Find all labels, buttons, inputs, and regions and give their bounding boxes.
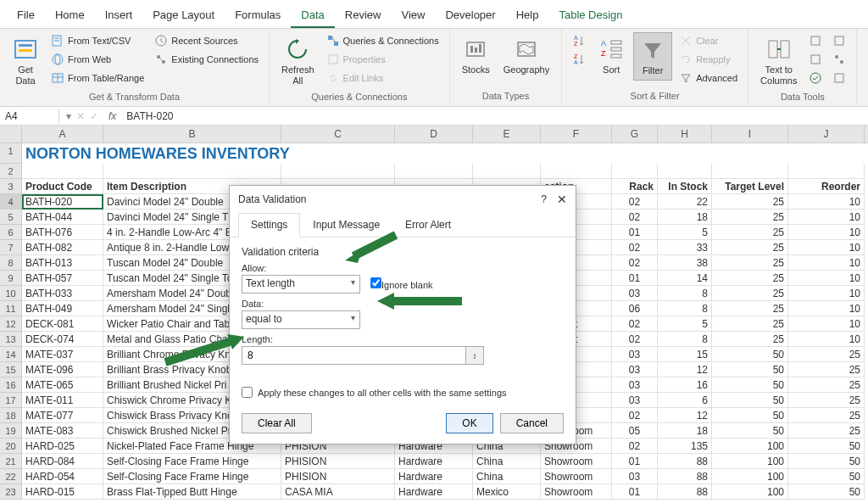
cell[interactable]: 25 bbox=[788, 362, 865, 377]
clear-all-button[interactable]: Clear All bbox=[242, 413, 312, 433]
row-header[interactable]: 14 bbox=[0, 347, 22, 362]
cell[interactable]: MATE-083 bbox=[22, 423, 103, 439]
cell[interactable]: Self-Closing Face Frame Hinge bbox=[103, 454, 281, 469]
col-header-C[interactable]: C bbox=[281, 126, 395, 143]
cell[interactable]: HARD-054 bbox=[22, 469, 103, 484]
clear-button[interactable]: Clear bbox=[676, 32, 741, 49]
cell[interactable]: 02 bbox=[612, 210, 658, 225]
tab-home[interactable]: Home bbox=[45, 3, 95, 28]
cell[interactable] bbox=[712, 164, 788, 179]
cell[interactable]: Hardware bbox=[395, 469, 473, 484]
range-picker-icon[interactable]: ↕ bbox=[465, 346, 484, 365]
from-table-button[interactable]: From Table/Range bbox=[47, 70, 147, 87]
cell[interactable]: China bbox=[473, 454, 541, 469]
cell[interactable]: CASA MIA bbox=[281, 484, 395, 500]
remove-duplicates-button[interactable] bbox=[805, 51, 826, 68]
help-icon[interactable]: ? bbox=[541, 193, 547, 205]
text-to-columns-button[interactable]: Text to Columns bbox=[755, 32, 802, 90]
column-header-cell[interactable]: Target Level bbox=[712, 179, 788, 194]
cell[interactable]: Hardware bbox=[395, 484, 473, 500]
cell[interactable]: 25 bbox=[712, 240, 788, 255]
cell[interactable]: 33 bbox=[658, 240, 712, 255]
tab-view[interactable]: View bbox=[391, 3, 435, 28]
cell[interactable]: 50 bbox=[712, 423, 788, 439]
advanced-button[interactable]: Advanced bbox=[676, 70, 741, 87]
cell[interactable]: 14 bbox=[658, 271, 712, 286]
cell[interactable]: 25 bbox=[788, 377, 865, 393]
cell[interactable]: Showroom bbox=[541, 484, 612, 500]
refresh-all-button[interactable]: Refresh All bbox=[276, 32, 320, 90]
row-header[interactable]: 8 bbox=[0, 255, 22, 271]
cell[interactable]: DECK-074 bbox=[22, 332, 103, 347]
cell[interactable]: 50 bbox=[712, 377, 788, 393]
cell[interactable]: 18 bbox=[658, 423, 712, 439]
reapply-button[interactable]: Reapply bbox=[676, 51, 741, 68]
row-header[interactable]: 20 bbox=[0, 439, 22, 454]
cell[interactable]: 03 bbox=[612, 362, 658, 377]
cell[interactable]: 100 bbox=[712, 439, 788, 454]
cell[interactable]: 02 bbox=[612, 408, 658, 423]
cell[interactable]: 10 bbox=[788, 225, 865, 240]
tab-help[interactable]: Help bbox=[506, 3, 549, 28]
col-header-I[interactable]: I bbox=[712, 126, 788, 143]
from-web-button[interactable]: From Web bbox=[47, 51, 147, 68]
relationships-button[interactable] bbox=[829, 51, 849, 68]
cell[interactable]: 50 bbox=[788, 484, 865, 500]
row-header[interactable]: 23 bbox=[0, 484, 22, 500]
row-header[interactable]: 17 bbox=[0, 393, 22, 408]
col-header-J[interactable]: J bbox=[788, 126, 865, 143]
cell[interactable]: 01 bbox=[612, 484, 658, 500]
column-header-cell[interactable]: Reorder bbox=[788, 179, 865, 194]
cell[interactable] bbox=[612, 164, 658, 179]
cell[interactable]: 02 bbox=[612, 255, 658, 271]
tab-table-design[interactable]: Table Design bbox=[548, 3, 632, 28]
cell[interactable]: 18 bbox=[658, 210, 712, 225]
cell[interactable]: 10 bbox=[788, 194, 865, 210]
cell[interactable]: 100 bbox=[712, 484, 788, 500]
cell[interactable]: 8 bbox=[658, 286, 712, 301]
cell[interactable]: Showroom bbox=[541, 469, 612, 484]
cell[interactable] bbox=[788, 164, 865, 179]
column-header-cell[interactable]: Product Code bbox=[22, 179, 103, 194]
properties-button[interactable]: Properties bbox=[323, 51, 442, 68]
formula-input[interactable]: BATH-020 bbox=[120, 109, 868, 124]
apply-all-checkbox[interactable]: Apply these changes to all other cells w… bbox=[242, 387, 564, 398]
cell[interactable]: 100 bbox=[712, 454, 788, 469]
cell[interactable]: 05 bbox=[612, 423, 658, 439]
cell[interactable]: 02 bbox=[612, 194, 658, 210]
select-all-corner[interactable] bbox=[0, 126, 22, 143]
cell[interactable]: 50 bbox=[788, 469, 865, 484]
cell[interactable]: 06 bbox=[612, 301, 658, 316]
cell[interactable]: 50 bbox=[712, 347, 788, 362]
whatif-button[interactable]: ? What-If Analysis bbox=[864, 32, 868, 90]
length-input[interactable] bbox=[242, 346, 466, 365]
cell[interactable]: 01 bbox=[612, 225, 658, 240]
cell[interactable]: 25 bbox=[712, 301, 788, 316]
cell[interactable]: MATE-011 bbox=[22, 393, 103, 408]
from-text-csv-button[interactable]: From Text/CSV bbox=[47, 32, 147, 49]
tab-data[interactable]: Data bbox=[291, 3, 334, 28]
fx-icon[interactable]: fx bbox=[105, 110, 120, 122]
tab-developer[interactable]: Developer bbox=[435, 3, 505, 28]
cell[interactable]: BATH-076 bbox=[22, 225, 103, 240]
row-header[interactable]: 10 bbox=[0, 286, 22, 301]
cell[interactable]: 01 bbox=[612, 271, 658, 286]
cell[interactable]: 25 bbox=[712, 316, 788, 332]
cell[interactable]: BATH-057 bbox=[22, 271, 103, 286]
ignore-blank-checkbox[interactable]: Ignore blank bbox=[370, 277, 433, 290]
cell[interactable]: 03 bbox=[612, 286, 658, 301]
row-header[interactable]: 12 bbox=[0, 316, 22, 332]
row-header[interactable]: 6 bbox=[0, 225, 22, 240]
cell[interactable]: PHISION bbox=[281, 454, 395, 469]
name-box[interactable]: A4 bbox=[0, 109, 59, 124]
row-header[interactable]: 5 bbox=[0, 210, 22, 225]
row-header[interactable]: 7 bbox=[0, 240, 22, 255]
cell[interactable]: 6 bbox=[658, 393, 712, 408]
col-header-A[interactable]: A bbox=[22, 126, 103, 143]
row-header[interactable]: 1 bbox=[0, 143, 22, 164]
row-header[interactable]: 3 bbox=[0, 179, 22, 194]
cell[interactable]: 25 bbox=[712, 255, 788, 271]
cell[interactable]: PHISION bbox=[281, 469, 395, 484]
existing-connections-button[interactable]: Existing Connections bbox=[151, 51, 262, 68]
col-header-H[interactable]: H bbox=[658, 126, 712, 143]
